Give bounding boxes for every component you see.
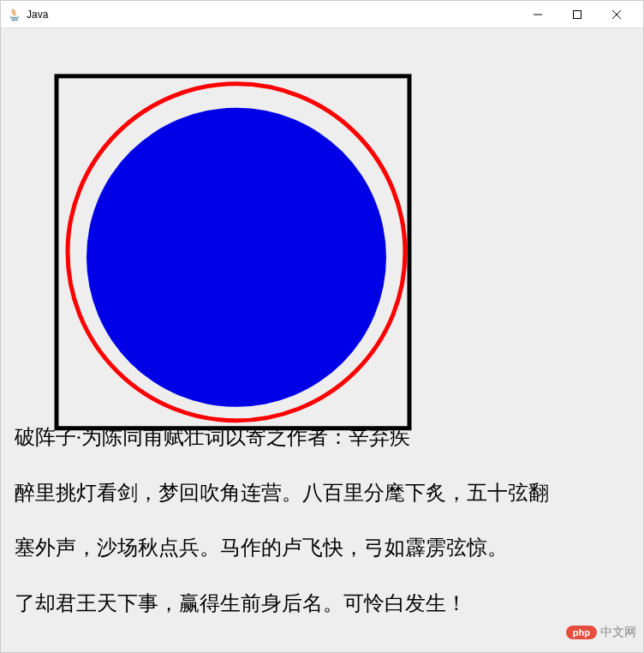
watermark: php 中文网 [566, 625, 636, 640]
client-area: 破阵子·为陈同甫赋壮词以寄之作者：辛弃疾 醉里挑灯看剑，梦回吹角连营。八百里分麾… [1, 28, 643, 652]
poem-line-2: 醉里挑灯看剑，梦回吹角连营。八百里分麾下炙，五十弦翻 [15, 479, 631, 506]
watermark-text: 中文网 [600, 625, 636, 640]
java-window: Java 破阵子·为陈同甫赋壮词以寄之作者：辛弃疾 醉里挑灯看剑，梦回吹角连营。… [0, 0, 644, 653]
close-button[interactable] [597, 1, 636, 28]
poem-text: 破阵子·为陈同甫赋壮词以寄之作者：辛弃疾 醉里挑灯看剑，梦回吹角连营。八百里分麾… [15, 395, 631, 645]
poem-line-3: 塞外声，沙场秋点兵。马作的卢飞快，弓如霹雳弦惊。 [15, 534, 631, 561]
blue-filled-circle [86, 108, 386, 407]
titlebar[interactable]: Java [1, 1, 643, 28]
minimize-button[interactable] [518, 1, 558, 28]
watermark-badge: php [566, 626, 597, 639]
poem-line-4: 了却君王天下事，赢得生前身后名。可怜白发生！ [15, 590, 631, 617]
maximize-button[interactable] [558, 1, 597, 28]
window-controls [518, 1, 636, 27]
window-title: Java [27, 9, 48, 21]
java-app-icon [8, 8, 21, 21]
svg-rect-1 [574, 10, 581, 18]
poem-line-1: 破阵子·为陈同甫赋壮词以寄之作者：辛弃疾 [15, 423, 631, 451]
